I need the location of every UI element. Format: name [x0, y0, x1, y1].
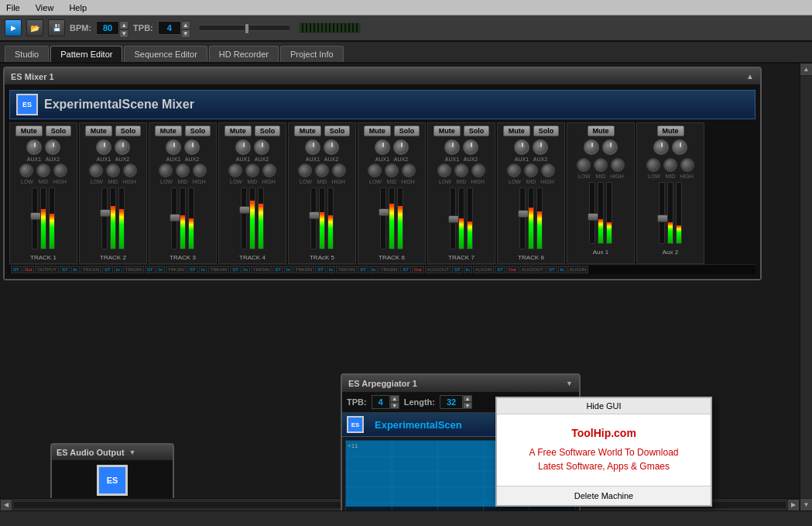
bpm-up[interactable]	[119, 21, 128, 29]
ch1-fader[interactable]	[32, 187, 38, 249]
ch7-aux2-knob[interactable]	[463, 139, 478, 155]
ch1-mid-knob[interactable]	[36, 163, 50, 177]
ch2-aux1-knob[interactable]	[96, 139, 111, 155]
ch3-aux1-knob[interactable]	[166, 139, 181, 155]
ch4-fader[interactable]	[241, 187, 247, 249]
ch6-aux1-knob[interactable]	[375, 139, 390, 155]
ch5-high-knob[interactable]	[332, 163, 346, 177]
ch5-mute[interactable]: Mute	[294, 125, 321, 136]
ch3-fader[interactable]	[171, 187, 177, 249]
ch2-solo[interactable]: Solo	[115, 125, 142, 136]
ch1-mute[interactable]: Mute	[15, 125, 43, 136]
ch3-low-knob[interactable]	[159, 163, 173, 177]
arp-length-up[interactable]: ▲	[463, 395, 472, 402]
ch5-aux2-knob[interactable]	[324, 139, 339, 155]
delete-machine-button[interactable]: Delete Machine	[497, 486, 711, 505]
ch7-aux1-knob[interactable]	[444, 139, 460, 155]
ch4-high-knob[interactable]	[262, 163, 276, 177]
menu-file[interactable]: File	[3, 3, 23, 12]
ch3-mid-knob[interactable]	[176, 163, 190, 177]
ch2-fader[interactable]	[101, 187, 108, 249]
ch5-low-knob[interactable]	[298, 163, 312, 177]
menu-view[interactable]: View	[33, 3, 57, 12]
bpm-value[interactable]: 80	[96, 21, 119, 35]
arp-tpb-value[interactable]: 4	[372, 395, 390, 409]
ch3-solo[interactable]: Solo	[185, 125, 211, 136]
toolbar-save-button[interactable]: 💾	[48, 19, 65, 36]
ch6-solo[interactable]: Solo	[394, 125, 420, 136]
ch7-mid-knob[interactable]	[454, 163, 468, 177]
aux2-knob2[interactable]	[672, 139, 687, 155]
scroll-down-button[interactable]: ▼	[800, 498, 812, 511]
ch8-mid-knob[interactable]	[524, 163, 538, 177]
aux2-knob1[interactable]	[653, 139, 669, 155]
ch1-aux1-knob[interactable]	[26, 139, 42, 155]
ch4-low-knob[interactable]	[228, 163, 242, 177]
toolbar-power-button[interactable]: ▶	[5, 19, 22, 36]
aux2-fader[interactable]	[659, 182, 665, 244]
ch7-fader[interactable]	[450, 187, 456, 249]
aux2-low-knob[interactable]	[646, 158, 660, 172]
ch6-fader[interactable]	[380, 187, 386, 249]
arp-length-spinner[interactable]: ▲ ▼	[463, 395, 472, 409]
aux1-low-knob[interactable]	[577, 158, 591, 172]
ch6-mute[interactable]: Mute	[364, 125, 391, 136]
ch8-solo[interactable]: Solo	[533, 125, 560, 136]
scroll-up-button[interactable]: ▲	[800, 64, 812, 76]
ch4-aux2-knob[interactable]	[254, 139, 269, 155]
aux1-mute[interactable]: Mute	[588, 125, 615, 136]
ch7-solo[interactable]: Solo	[464, 125, 490, 136]
ch6-aux2-knob[interactable]	[393, 139, 409, 155]
ch8-aux2-knob[interactable]	[533, 139, 548, 155]
tpb-up[interactable]	[181, 21, 190, 29]
ch1-high-knob[interactable]	[53, 163, 67, 177]
hide-gui-button[interactable]: Hide GUI	[497, 398, 711, 414]
ch4-mid-knob[interactable]	[245, 163, 259, 177]
ch5-fader[interactable]	[310, 187, 317, 249]
ch7-low-knob[interactable]	[437, 163, 451, 177]
tab-hd-recorder[interactable]: HD Recorder	[209, 46, 279, 62]
ch8-aux1-knob[interactable]	[514, 139, 529, 155]
ch1-low-knob[interactable]	[19, 163, 33, 177]
arp-tpb-up[interactable]: ▲	[390, 395, 399, 402]
bpm-spinner[interactable]	[119, 21, 128, 35]
ch8-fader[interactable]	[519, 187, 526, 249]
scroll-left-button[interactable]: ◀	[0, 499, 12, 511]
ch5-solo[interactable]: Solo	[324, 125, 351, 136]
ch1-solo[interactable]: Solo	[46, 125, 72, 136]
ch2-high-knob[interactable]	[123, 163, 137, 177]
ch8-mute[interactable]: Mute	[503, 125, 530, 136]
tab-sequence-editor[interactable]: Sequence Editor	[124, 46, 207, 62]
ch5-mid-knob[interactable]	[315, 163, 329, 177]
scroll-right-button[interactable]: ▶	[787, 499, 800, 511]
tpb-spinner[interactable]	[181, 21, 190, 35]
aux1-mid-knob[interactable]	[594, 158, 608, 172]
ch6-mid-knob[interactable]	[385, 163, 399, 177]
ch6-low-knob[interactable]	[368, 163, 382, 177]
ch1-aux2-knob[interactable]	[45, 139, 60, 155]
arp-collapse-icon[interactable]: ▼	[566, 380, 573, 387]
scrollbar-right[interactable]: ▲ ▼	[800, 64, 812, 511]
tpb-value[interactable]: 4	[158, 21, 181, 35]
aux2-mid-knob[interactable]	[663, 158, 677, 172]
ch8-high-knob[interactable]	[541, 163, 555, 177]
tab-studio[interactable]: Studio	[5, 46, 49, 62]
ch3-mute[interactable]: Mute	[155, 125, 182, 136]
ch4-aux1-knob[interactable]	[235, 139, 251, 155]
ch7-high-knob[interactable]	[471, 163, 485, 177]
mixer-collapse-icon[interactable]: ▲	[746, 72, 754, 81]
arp-tpb-down[interactable]: ▼	[390, 402, 399, 409]
arp-tpb-spinner[interactable]: ▲ ▼	[390, 395, 399, 409]
menu-help[interactable]: Help	[66, 3, 90, 12]
aux2-mute[interactable]: Mute	[657, 125, 684, 136]
tab-project-info[interactable]: Project Info	[280, 46, 344, 62]
aux1-knob1[interactable]	[584, 139, 599, 155]
ch2-aux2-knob[interactable]	[115, 139, 130, 155]
ch2-low-knob[interactable]	[89, 163, 103, 177]
aux2-high-knob[interactable]	[680, 158, 694, 172]
toolbar-folder-button[interactable]: 📂	[26, 19, 43, 36]
ch2-mute[interactable]: Mute	[85, 125, 112, 136]
arp-length-down[interactable]: ▼	[463, 402, 472, 409]
ch3-high-knob[interactable]	[193, 163, 207, 177]
ch8-low-knob[interactable]	[507, 163, 521, 177]
